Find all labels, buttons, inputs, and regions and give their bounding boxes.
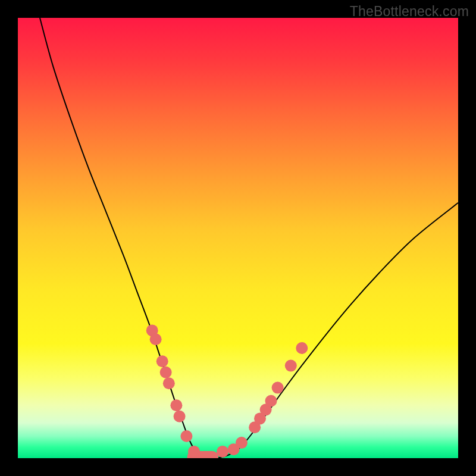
data-marker [156,355,168,367]
data-marker [272,382,284,394]
data-marker [236,437,248,449]
data-marker [160,367,172,378]
markers-right-group [217,342,308,458]
data-marker [150,333,162,345]
watermark-text: TheBottleneck.com [350,4,469,20]
data-marker [265,395,277,407]
markers-left-group [146,324,200,458]
data-marker [163,377,175,389]
data-marker [170,399,182,411]
bottleneck-curve [40,18,458,458]
chart-svg [18,18,458,458]
data-marker [296,342,308,354]
data-marker [174,411,186,422]
data-marker [285,360,297,372]
data-marker [188,446,200,458]
data-marker [217,446,228,458]
plot-area [18,18,458,458]
data-marker [180,430,192,442]
